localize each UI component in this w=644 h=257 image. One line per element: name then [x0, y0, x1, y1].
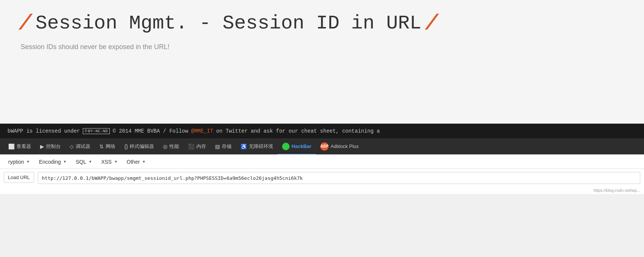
console-label: 控制台: [46, 143, 61, 150]
memory-label: 内存: [196, 143, 206, 150]
url-input[interactable]: [38, 172, 640, 184]
xss-arrow-icon: ▼: [114, 160, 118, 164]
accessibility-label: 无障碍环境: [249, 143, 273, 150]
sql-arrow-icon: ▼: [88, 160, 92, 164]
adblock-icon: ABP: [320, 142, 329, 151]
footer-text: bWAPP is licensed under: [7, 128, 80, 134]
inspector-icon: ⬜: [8, 143, 15, 149]
cc-badge: © BY-NC-ND: [83, 128, 109, 134]
devtools-inspector[interactable]: ⬜ 查看器: [4, 139, 36, 155]
hackbar-icon: [282, 143, 290, 150]
debugger-label: 调试器: [76, 143, 90, 150]
title-text: Session Mgmt. - Session ID in URL: [36, 12, 421, 34]
main-content: / Session Mgmt. - Session ID in URL / Se…: [0, 0, 644, 124]
hackbar-label: HackBar: [291, 143, 311, 149]
hackbar-menu-encoding[interactable]: Encoding ▼: [34, 157, 71, 167]
devtools-memory[interactable]: ⬛ 内存: [184, 139, 211, 155]
devtools-hackbar[interactable]: HackBar: [278, 139, 316, 155]
footer-bar: bWAPP is licensed under © BY-NC-ND © 201…: [0, 124, 644, 139]
network-icon: ⇅: [99, 143, 104, 149]
memory-icon: ⬛: [188, 143, 194, 149]
performance-icon: ◎: [163, 143, 167, 149]
style-label: 样式编辑器: [130, 143, 154, 150]
footer-rest: on Twitter and ask for our cheat sheet, …: [216, 128, 380, 134]
hackbar-menu-encryption[interactable]: ryption ▼: [4, 157, 34, 167]
hackbar-menu-other[interactable]: Other ▼: [122, 157, 150, 167]
devtools-console[interactable]: ▶ 控制台: [36, 139, 65, 155]
other-label: Other: [127, 159, 140, 165]
encryption-label: ryption: [8, 159, 24, 165]
inspector-label: 查看器: [16, 143, 31, 150]
style-icon: {}: [124, 143, 128, 149]
storage-icon: ▤: [215, 143, 220, 149]
network-label: 网络: [106, 143, 115, 150]
page-subtitle: Session IDs should never be exposed in t…: [21, 43, 625, 51]
devtools-network[interactable]: ⇅ 网络: [95, 139, 120, 155]
hackbar-toolbar: ryption ▼ Encoding ▼ SQL ▼ XSS ▼ Other ▼: [0, 154, 644, 169]
storage-label: 存储: [222, 143, 232, 150]
url-bar-area: Load URL https://blog.csdn.net/wp...: [0, 169, 644, 194]
debugger-icon: ◇: [70, 143, 74, 149]
accessibility-icon: ♿: [241, 143, 247, 149]
devtools-performance[interactable]: ◎ 性能: [158, 139, 184, 155]
cc-text: BY-NC-ND: [88, 129, 108, 133]
devtools-adblock[interactable]: ABP Adblock Plus: [316, 139, 363, 155]
load-url-button[interactable]: Load URL: [4, 172, 34, 183]
encryption-arrow-icon: ▼: [26, 160, 30, 164]
cc-icon: ©: [85, 129, 87, 133]
footer-copyright: © 2014 MME BVBA / Follow: [113, 128, 188, 134]
page-title: / Session Mgmt. - Session ID in URL /: [19, 11, 625, 36]
hackbar-menu-sql[interactable]: SQL ▼: [71, 157, 97, 167]
twitter-link[interactable]: @MME_IT: [191, 128, 213, 134]
devtools-style-editor[interactable]: {} 样式编辑器: [120, 139, 158, 155]
xss-label: XSS: [101, 159, 112, 165]
console-icon: ▶: [40, 143, 44, 149]
devtools-accessibility[interactable]: ♿ 无障碍环境: [236, 139, 278, 155]
devtools-bar: ⬜ 查看器 ▶ 控制台 ◇ 调试器 ⇅ 网络 {} 样式编辑器 ◎ 性能 ⬛ 内…: [0, 139, 644, 154]
csdn-link: https://blog.csdn.net/wp...: [593, 188, 640, 193]
devtools-debugger[interactable]: ◇ 调试器: [65, 139, 95, 155]
encoding-arrow-icon: ▼: [63, 160, 67, 164]
performance-label: 性能: [169, 143, 179, 150]
slash-left-icon: /: [19, 11, 32, 36]
adblock-label: Adblock Plus: [330, 143, 359, 149]
sql-label: SQL: [76, 159, 86, 165]
hackbar-menu-xss[interactable]: XSS ▼: [97, 157, 122, 167]
encoding-label: Encoding: [39, 159, 61, 165]
other-arrow-icon: ▼: [142, 160, 146, 164]
devtools-storage[interactable]: ▤ 存储: [211, 139, 236, 155]
slash-right-icon: /: [425, 11, 438, 36]
